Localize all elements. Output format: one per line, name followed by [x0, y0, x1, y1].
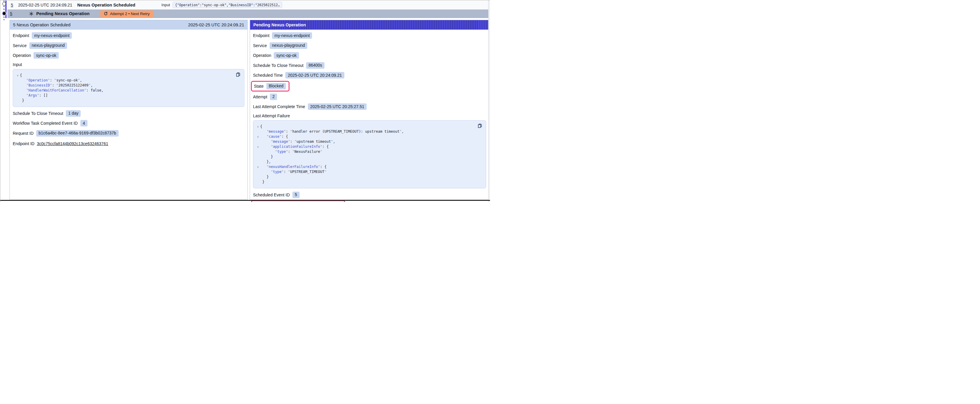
endpoint-id-link[interactable]: 3c0c75ccfa8144b092c13ce632463761	[37, 141, 108, 146]
failure-json-viewer: ∨{ "message": "handler error (UPSTREAM_T…	[253, 120, 486, 189]
timeline-node-current-icon	[3, 12, 6, 15]
event-detail-panels: 5 Nexus Operation Scheduled 2025-02-25 U…	[10, 20, 489, 200]
chevron-spacer	[256, 170, 260, 174]
json-line: }	[16, 98, 232, 103]
pending-panel-header: Pending Nexus Operation	[250, 20, 489, 30]
collapse-chevron-icon[interactable]: ∨	[256, 165, 260, 170]
chevron-spacer	[16, 88, 20, 93]
field-workflow-task-completed-event-id: Workflow Task Completed Event ID 4	[13, 120, 244, 127]
field-label: Workflow Task Completed Event ID	[13, 121, 78, 125]
retry-badge-label: Attempt 2 • Next Retry	[110, 11, 150, 16]
chevron-spacer	[256, 149, 260, 154]
collapse-chevron-icon[interactable]: ∨	[256, 134, 260, 139]
field-label: Attempt	[253, 95, 267, 99]
field-label: Endpoint	[253, 33, 269, 38]
json-line: ∨ "applicationFailureInfo": {	[256, 144, 474, 149]
field-value-chip: b1c6a4bc-8ee7-468a-9169-df3b02c8737b	[36, 130, 119, 136]
event-row-scheduled[interactable]: 5 2025-02-25 UTC 20:24:09.21 Nexus Opera…	[7, 1, 488, 9]
json-line: ∨ "nexusHandlerFailureInfo": {	[256, 165, 474, 170]
panel-title: 5 Nexus Operation Scheduled	[13, 22, 70, 27]
copy-icon[interactable]	[477, 123, 483, 128]
field-operation: Operation sync-op-ok	[13, 52, 244, 59]
json-line: }	[256, 154, 474, 159]
pending-operation-panel: Pending Nexus Operation Endpoint my-nexu…	[250, 20, 489, 200]
field-value-chip: 4	[80, 120, 88, 127]
scheduled-panel-body: Endpoint my-nexus-endpoint Service nexus…	[10, 30, 247, 146]
json-line: "message": "handler error (UPSTREAM_TIME…	[256, 129, 474, 134]
chevron-spacer	[256, 174, 260, 179]
field-state: State Blocked	[254, 83, 286, 89]
json-line: "Args": []	[16, 93, 232, 98]
field-schedule-to-close-timeout: Schedule To Close Timeout 86400s	[253, 62, 486, 69]
json-line: },	[256, 159, 474, 165]
field-label: Schedule To Close Timeout	[13, 111, 63, 116]
input-preview-chip[interactable]: {"Operation":"sync-op-ok","BusinessID":"…	[173, 2, 282, 8]
event-name: Pending Nexus Operation	[36, 11, 89, 16]
chevron-spacer	[256, 139, 260, 144]
chevron-spacer	[256, 179, 260, 185]
collapse-chevron-icon[interactable]: ∨	[16, 73, 20, 78]
scheduled-panel-header: 5 Nexus Operation Scheduled 2025-02-25 U…	[10, 20, 247, 30]
field-last-attempt-complete-time: Last Attempt Complete Time 2025-02-25 UT…	[253, 103, 486, 110]
retry-icon	[103, 11, 108, 16]
json-line: ∨ "cause": {	[256, 134, 474, 139]
chevron-spacer	[16, 98, 20, 103]
state-highlight-box: State Blocked	[251, 81, 290, 92]
event-row-pending[interactable]: 5 Pending Nexus Operation	[7, 10, 488, 18]
state-value-chip: Blocked	[266, 83, 286, 89]
field-value-chip: my-nexus-endpoint	[272, 32, 312, 39]
chevron-spacer	[16, 83, 20, 88]
panel-title: Pending Nexus Operation	[253, 22, 306, 27]
field-value-chip: 86400s	[306, 62, 325, 69]
input-json-viewer: ∨{ "Operation": "sync-op-ok", "BusinessI…	[13, 69, 244, 107]
field-value-chip: 2025-02-25 UTC 20:25:27.51	[308, 103, 367, 110]
field-attempt: Attempt 2	[253, 93, 486, 100]
json-line: }	[256, 179, 474, 185]
field-label: Operation	[253, 53, 271, 58]
chevron-spacer	[16, 78, 20, 83]
field-value-chip: nexus-playground	[270, 42, 307, 49]
field-scheduled-event-id: Scheduled Event ID 5	[253, 192, 486, 198]
field-operation: Operation sync-op-ok	[253, 52, 486, 59]
collapse-chevron-icon[interactable]: ∨	[256, 144, 260, 149]
event-id-link[interactable]: 5	[10, 11, 13, 16]
field-label: Scheduled Time	[253, 73, 283, 78]
chevron-spacer	[256, 129, 260, 134]
field-label: Last Attempt Complete Time	[253, 104, 305, 109]
json-line: ∨{	[16, 73, 232, 78]
collapse-chevron-icon[interactable]: ∨	[256, 124, 260, 129]
input-section-label: Input	[13, 62, 244, 67]
chevron-spacer	[16, 93, 20, 98]
copy-icon[interactable]	[235, 72, 241, 77]
event-name: Nexus Operation Scheduled	[77, 3, 135, 7]
field-request-id: Request ID b1c6a4bc-8ee7-468a-9169-df3b0…	[13, 130, 244, 136]
json-line: "type": "NexusFailure"	[256, 149, 474, 154]
field-label: Endpoint	[13, 33, 29, 38]
event-id-link[interactable]: 5	[11, 3, 13, 7]
field-label: State	[254, 84, 264, 89]
field-value-chip: 2025-02-25 UTC 20:24:09.21	[285, 72, 344, 79]
last-attempt-failure-label: Last Attempt Failure	[253, 113, 486, 118]
field-label: Service	[13, 43, 27, 48]
scrollbar-track[interactable]	[488, 0, 490, 202]
field-scheduled-time: Scheduled Time 2025-02-25 UTC 20:24:09.2…	[253, 72, 486, 79]
field-schedule-to-close-timeout: Schedule To Close Timeout 1 day	[13, 110, 244, 117]
field-value-chip: nexus-playground	[29, 42, 67, 49]
panel-timestamp: 2025-02-25 UTC 20:24:09.21	[188, 22, 244, 27]
retry-attempt-badge: Attempt 2 • Next Retry	[100, 10, 153, 17]
event-rows: 5 2025-02-25 UTC 20:24:09.21 Nexus Opera…	[0, 1, 488, 18]
field-label: Request ID	[13, 131, 33, 136]
field-service: Service nexus-playground	[13, 42, 244, 49]
json-line: ∨{	[256, 124, 474, 129]
field-value-chip: 2	[270, 93, 277, 100]
pending-panel-body: Endpoint my-nexus-endpoint Service nexus…	[250, 30, 489, 202]
json-line: "Operation": "sync-op-ok",	[16, 78, 232, 83]
json-line: "HandlerWaitForCancellation": false,	[16, 88, 232, 93]
field-service: Service nexus-playground	[253, 42, 486, 49]
json-line: "type": "UPSTREAM_TIMEOUT"	[256, 170, 474, 174]
field-label: Scheduled Event ID	[253, 193, 290, 197]
json-line: }	[256, 174, 474, 179]
field-endpoint: Endpoint my-nexus-endpoint	[13, 32, 244, 39]
pending-asterisk-icon	[29, 11, 33, 16]
field-endpoint: Endpoint my-nexus-endpoint	[253, 32, 486, 39]
